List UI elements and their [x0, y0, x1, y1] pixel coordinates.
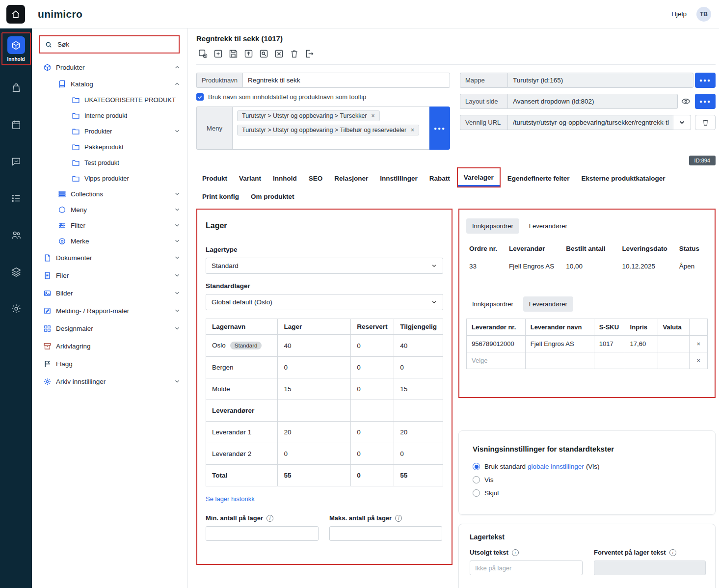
sidebar-item-arkivlagring[interactable]: Arkivlagring — [32, 337, 187, 355]
rail-item-list[interactable] — [1, 180, 31, 216]
radio-vis[interactable] — [473, 476, 480, 483]
tab-innhold[interactable]: Innhold — [267, 169, 303, 187]
remove-tag-icon[interactable]: × — [411, 127, 414, 133]
tab-rabatt[interactable]: Rabatt — [424, 169, 456, 187]
sidebar-item-produkter-folder[interactable]: Produkter — [32, 123, 187, 139]
chevron-down-icon[interactable] — [174, 254, 181, 261]
tab-innkjopsordrer[interactable]: Innkjøpsordrer — [466, 296, 519, 312]
sidebar-item-ukategoriserte-produkt[interactable]: UKATEGORISERTE PRODUKT — [32, 92, 187, 107]
avatar[interactable]: TB — [696, 7, 711, 22]
globale-innstillinger-link[interactable]: globale innstillinger — [528, 463, 584, 470]
tab-leverandorer[interactable]: Leverandører — [523, 218, 573, 234]
sidebar-item-designmaler[interactable]: Designmaler — [32, 320, 187, 337]
sidebar-item-interne-produkt[interactable]: Interne produkt — [32, 107, 187, 123]
rail-item-shop[interactable] — [1, 69, 31, 106]
utsolgt-tekst-input[interactable] — [470, 561, 583, 575]
remove-row-icon[interactable]: × — [690, 336, 708, 352]
chevron-down-icon[interactable] — [174, 190, 181, 197]
remove-tag-icon[interactable]: × — [372, 113, 375, 119]
deactivate-button[interactable] — [272, 47, 285, 60]
chevron-up-icon[interactable] — [174, 64, 181, 71]
layout-field[interactable]: Avansert dropdown (id:802) — [507, 94, 678, 109]
chevron-down-icon[interactable] — [174, 238, 181, 244]
chevron-up-icon[interactable] — [174, 80, 181, 87]
rail-item-innhold[interactable] — [7, 36, 25, 54]
sidebar-item-test-produkt[interactable]: Test produkt — [32, 155, 187, 170]
sidebar-item-meny[interactable]: Meny — [32, 202, 187, 217]
sidebar-item-merke[interactable]: Merke — [32, 233, 187, 249]
tab-innkjopsordrer[interactable]: Innkjøpsordrer — [466, 218, 519, 234]
rail-item-layers[interactable] — [1, 253, 31, 290]
min-antall-input[interactable] — [206, 526, 319, 541]
lagertype-select[interactable]: Standard — [206, 258, 443, 274]
preview-eye-button[interactable] — [678, 94, 693, 109]
lager-history-link[interactable]: Se lager historikk — [206, 495, 255, 503]
save-button[interactable] — [227, 47, 240, 60]
sidebar-item-collections[interactable]: Collections — [32, 186, 187, 202]
sidebar-item-pakkeprodukt[interactable]: Pakkeprodukt — [32, 139, 187, 155]
sidebar-item-dokumenter[interactable]: Dokumenter — [32, 249, 187, 267]
chevron-down-icon[interactable] — [174, 378, 181, 385]
tooltip-checkbox[interactable] — [196, 93, 204, 101]
chevron-down-icon[interactable] — [174, 222, 181, 229]
cell — [658, 352, 690, 369]
maks-antall-input[interactable] — [329, 526, 442, 541]
rail-item-users[interactable] — [1, 216, 31, 253]
home-button[interactable] — [6, 5, 25, 24]
meny-more-button[interactable]: ●●● — [429, 107, 450, 150]
mappe-field[interactable]: Turutstyr (id:165) — [507, 73, 693, 88]
mappe-more-button[interactable]: ●●● — [695, 73, 716, 88]
column-header: Tilgjengelig — [394, 319, 443, 335]
chevron-down-icon[interactable] — [174, 272, 181, 279]
chevron-down-icon[interactable] — [174, 325, 181, 332]
supplier-select-cell[interactable]: Velge — [467, 352, 526, 369]
tab-print-konfig[interactable]: Print konfig — [196, 187, 245, 206]
url-expand-button[interactable] — [673, 115, 691, 130]
help-link[interactable]: Hjelp — [671, 10, 687, 18]
folder-icon — [72, 96, 80, 104]
sidebar-item-filer[interactable]: Filer — [32, 267, 187, 284]
tab-innstillinger[interactable]: Innstillinger — [374, 169, 424, 187]
preview-button[interactable] — [257, 47, 270, 60]
sidebar-item-vipps-produkter[interactable]: Vipps produkter — [32, 170, 187, 186]
radio-skjul[interactable] — [473, 489, 480, 497]
remove-row-icon[interactable]: × — [690, 352, 708, 369]
search-input[interactable]: Søk — [40, 36, 179, 53]
tab-variant[interactable]: Variant — [233, 169, 267, 187]
delete-button[interactable] — [288, 47, 300, 60]
chevron-down-icon[interactable] — [174, 206, 181, 213]
tab-varelager[interactable]: Varelager — [458, 168, 500, 187]
url-delete-button[interactable] — [695, 115, 716, 130]
exit-button[interactable] — [303, 47, 316, 60]
sidebar-item-flagg[interactable]: Flagg — [32, 355, 187, 373]
standardlager-select[interactable]: Global default (Oslo) — [206, 294, 443, 310]
rail-item-settings[interactable] — [1, 290, 31, 327]
chevron-down-icon[interactable] — [174, 128, 181, 134]
tab-eksterne-produktkataloger[interactable]: Eksterne produktkataloger — [575, 169, 671, 187]
radio-bruk-standard[interactable] — [473, 463, 480, 470]
add-button[interactable] — [212, 47, 224, 60]
tab-egendefinerte-felter[interactable]: Egendefinerte felter — [502, 169, 576, 187]
sidebar-item-produkter[interactable]: Produkter — [32, 58, 187, 76]
tab-leverandorer[interactable]: Leverandører — [523, 296, 573, 312]
tab-seo[interactable]: SEO — [303, 169, 329, 187]
url-field[interactable]: /turutstyr/utstyr-og-oppbevaring/tursekk… — [507, 115, 673, 130]
tab-om-produktet[interactable]: Om produktet — [245, 187, 300, 206]
sidebar-item-katalog[interactable]: Katalog — [32, 76, 187, 92]
layout-more-button[interactable]: ●●● — [695, 94, 716, 109]
sidebar-item-melding-rapport-maler[interactable]: Melding- / Rapport-maler — [32, 302, 187, 320]
table-row: Bergen 0 0 0 — [206, 357, 443, 378]
chevron-down-icon[interactable] — [174, 307, 181, 314]
rail-item-chat[interactable] — [1, 143, 31, 180]
export-button[interactable] — [242, 47, 255, 60]
rail-item-calendar[interactable] — [1, 106, 31, 143]
column-header: Reservert — [351, 319, 394, 335]
sidebar-item-arkiv-innstillinger[interactable]: Arkiv innstillinger — [32, 373, 187, 390]
chevron-down-icon[interactable] — [174, 290, 181, 296]
produktnavn-input[interactable] — [242, 73, 450, 88]
sidebar-item-bilder[interactable]: Bilder — [32, 284, 187, 302]
tab-relasjoner[interactable]: Relasjoner — [328, 169, 374, 187]
sidebar-item-filter[interactable]: Filter — [32, 217, 187, 233]
new-product-button[interactable] — [196, 47, 209, 60]
tab-produkt[interactable]: Produkt — [196, 169, 233, 187]
